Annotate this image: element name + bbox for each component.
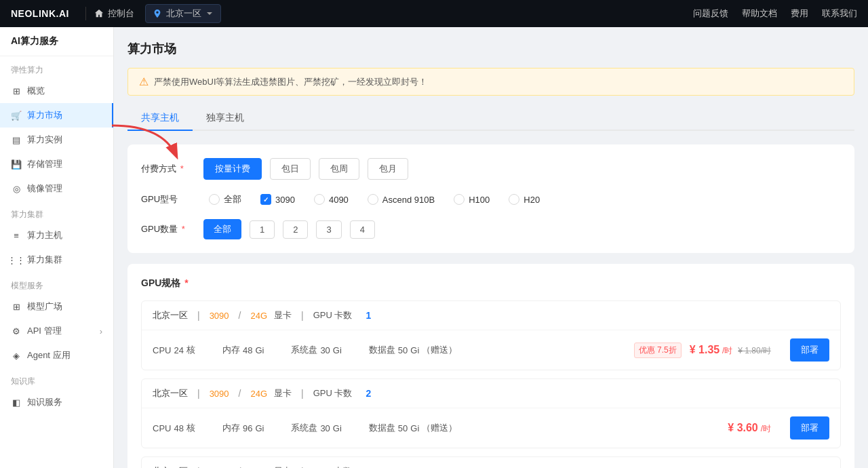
top-bar: NEOLINK.AI 控制台 北京一区 问题反馈 帮助文档 费用 联系我们: [0, 0, 868, 27]
billing-daily-btn[interactable]: 包日: [270, 158, 311, 180]
sidebar-api-left: ⚙ API 管理: [11, 325, 62, 337]
card1-price-original: ¥ 1.80/时: [738, 346, 771, 355]
card1-cpu-label: CPU: [153, 345, 171, 355]
tab-bar: 共享主机 独享主机: [127, 106, 854, 131]
billing-weekly-btn[interactable]: 包周: [319, 158, 359, 180]
sidebar-item-knowledge[interactable]: ◧ 知识服务: [0, 390, 113, 414]
sidebar-item-instance[interactable]: ▤ 算力实例: [0, 128, 113, 152]
card1-mem-label: 内存: [222, 344, 240, 356]
sidebar-cluster-label: 算力集群: [0, 201, 113, 223]
gpu-radio-h20: [509, 194, 519, 205]
sidebar-agent-label: Agent 应用: [27, 349, 71, 362]
gpu-option-all[interactable]: 全部: [203, 191, 247, 208]
gpu-count-3-btn[interactable]: 3: [316, 220, 341, 239]
control-panel-link[interactable]: 控制台: [94, 7, 134, 20]
sidebar-instance-label: 算力实例: [27, 134, 62, 146]
sidebar-item-image[interactable]: ◎ 镜像管理: [0, 176, 113, 201]
server-icon: ▤: [11, 134, 22, 145]
gpu-radio-4090: [314, 194, 325, 205]
contact-link[interactable]: 联系我们: [822, 7, 857, 20]
gpu-option-h100[interactable]: H100: [448, 191, 495, 208]
page-title: 算力市场: [127, 41, 854, 57]
sidebar-item-host[interactable]: ≡ 算力主机: [0, 223, 113, 248]
shop-icon: 🛒: [11, 110, 22, 121]
sidebar-item-api[interactable]: ⚙ API 管理 ›: [0, 319, 113, 343]
gpu-option-3090[interactable]: 3090: [255, 191, 300, 208]
card2-gpu-model: 3090: [210, 389, 229, 399]
results-section: GPU规格 * 北京一区 | 3090 / 24G 显卡 | GPU 卡数: [127, 264, 854, 468]
card2-datadisk-spec: 数据盘 50 Gi （赠送）: [369, 422, 457, 434]
card2-cpu-label: CPU: [153, 423, 171, 433]
billing-monthly-btn[interactable]: 包月: [368, 158, 408, 180]
gpu-card-2-header: 北京一区 | 3090 / 24G 显卡 | GPU 卡数 2: [142, 379, 840, 408]
billing-row: 付费方式 * 按量计费 包日 包周 包月: [141, 158, 841, 180]
card3-region: 北京一区: [153, 465, 188, 468]
card2-region: 北京一区: [153, 387, 188, 399]
card2-display-label: 显卡: [274, 387, 292, 399]
card2-order-btn[interactable]: 部署: [790, 416, 829, 440]
card1-order-btn[interactable]: 部署: [790, 338, 829, 362]
card1-data-unit: Gi: [410, 345, 419, 355]
card2-mem-label: 内存: [222, 422, 240, 434]
warning-icon: ⚠: [139, 75, 149, 88]
card3-display-label: 显卡: [274, 465, 292, 468]
feedback-link[interactable]: 问题反馈: [693, 7, 728, 20]
gpu-count-label: GPU数量 *: [141, 223, 195, 235]
docs-link[interactable]: 帮助文档: [742, 7, 777, 20]
card2-sysdisk-spec: 系统盘 30 Gi: [291, 422, 341, 434]
gpu-count-4-btn[interactable]: 4: [350, 220, 375, 239]
billing-metered-btn[interactable]: 按量计费: [203, 158, 262, 180]
api-icon: ⚙: [11, 326, 22, 336]
sidebar-item-overview[interactable]: ⊞ 概览: [0, 79, 113, 103]
image-icon: ◎: [11, 183, 22, 194]
card1-sys-label: 系统盘: [291, 344, 317, 356]
billing-required: *: [180, 163, 184, 174]
warning-bar: ⚠ 严禁使用WebUI等算法生成违禁图片、严禁挖矿，一经发现立即封号！: [127, 68, 854, 96]
card1-data-gift: （赠送）: [422, 344, 457, 356]
storage-icon: 💾: [11, 159, 22, 170]
sidebar-item-storage[interactable]: 💾 存储管理: [0, 152, 113, 176]
gpu-option-ascend[interactable]: Ascend 910B: [362, 191, 440, 208]
region-selector[interactable]: 北京一区: [145, 4, 221, 23]
card1-cpu-spec: CPU 24 核: [153, 344, 195, 356]
card2-cpu-unit: 核: [186, 422, 195, 434]
card1-mem-unit: Gi: [255, 345, 264, 355]
control-panel-label: 控制台: [108, 7, 134, 20]
card2-price-unit: /时: [761, 424, 771, 433]
gpu-type-label: GPU型号: [141, 193, 195, 206]
card2-data-size: 50: [398, 423, 408, 433]
sidebar-model-section-label: 模型服务: [0, 272, 113, 294]
card2-price-wrap: ¥ 3.60 /时: [728, 422, 771, 435]
tab-dedicated[interactable]: 独享主机: [193, 106, 258, 131]
sidebar-item-cluster[interactable]: ⋮⋮ 算力集群: [0, 248, 113, 272]
card2-gpu-count: 2: [366, 388, 371, 399]
knowledge-icon: ◧: [11, 397, 22, 408]
sidebar-model-plaza-label: 模型广场: [27, 300, 62, 313]
gpu-card-2: 北京一区 | 3090 / 24G 显卡 | GPU 卡数 2 CPU: [141, 378, 841, 448]
gpu-card-3-header: 北京一区 | 3090 / 24G 显卡 | GPU 卡数 3: [142, 457, 840, 468]
gpu-count-1-btn[interactable]: 1: [250, 220, 275, 239]
main-content: 算力市场 ⚠ 严禁使用WebUI等算法生成违禁图片、严禁挖矿，一经发现立即封号！…: [114, 27, 868, 468]
grid-icon: ⊞: [11, 85, 22, 96]
gpu-count-2-btn[interactable]: 2: [283, 220, 308, 239]
tab-shared[interactable]: 共享主机: [127, 106, 193, 131]
card2-sys-unit: Gi: [333, 423, 342, 433]
card3-gpu-count-label: GPU 卡数: [313, 465, 353, 468]
gpu-card-2-body: CPU 48 核 内存 96 Gi 系统盘 30 Gi: [142, 408, 840, 448]
card2-mem-size: 96: [243, 423, 252, 433]
billing-link[interactable]: 费用: [791, 7, 808, 20]
sidebar-item-agent[interactable]: ◈ Agent 应用: [0, 343, 113, 368]
model-icon: ⊞: [11, 301, 22, 312]
gpu-count-all-btn[interactable]: 全部: [203, 219, 241, 239]
gpu-option-4090[interactable]: 4090: [309, 191, 354, 208]
card1-mem-size: 48: [243, 345, 252, 355]
gpu-option-h20[interactable]: H20: [503, 191, 545, 208]
card2-data-gift: （赠送）: [422, 422, 457, 434]
sidebar-cluster-item-label: 算力集群: [27, 254, 62, 266]
home-icon: [94, 9, 104, 18]
card2-price-section: ¥ 3.60 /时 部署: [728, 416, 829, 440]
sidebar-item-model-plaza[interactable]: ⊞ 模型广场: [0, 294, 113, 319]
sidebar-item-market[interactable]: 🛒 算力市场: [0, 103, 113, 128]
results-title: GPU规格 *: [141, 277, 841, 290]
location-icon: [153, 9, 162, 18]
